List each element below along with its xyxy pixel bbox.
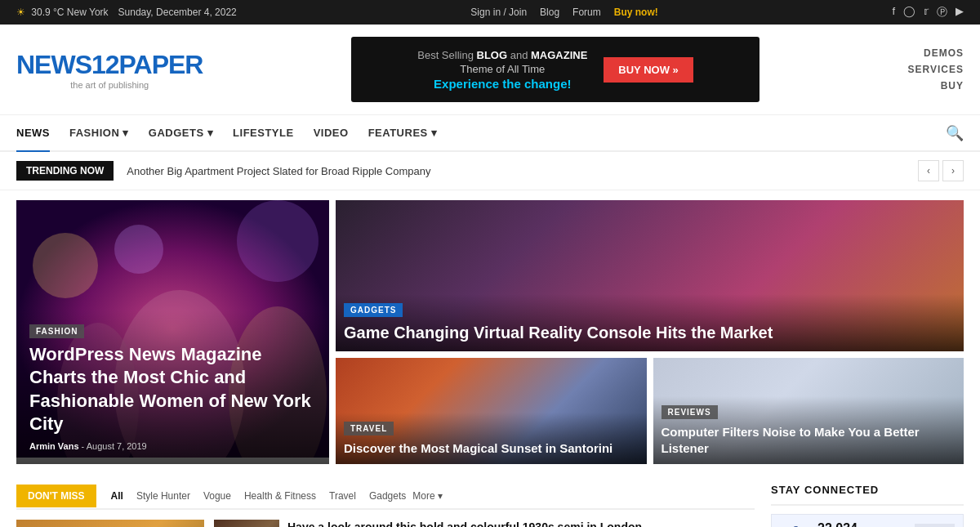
more-arrow-icon: ▾: [438, 490, 443, 502]
twitter-icon[interactable]: 𝕣: [924, 5, 929, 20]
nav-video[interactable]: VIDEO: [314, 115, 349, 152]
weather-widget: ☀ 30.9 °C New York: [16, 7, 109, 18]
svg-point-2: [114, 225, 163, 274]
hero-main-author: Armin Vans: [29, 441, 79, 451]
hero-main-article[interactable]: FASHION WordPress News Magazine Charts t…: [16, 200, 329, 464]
nav-lifestyle[interactable]: LIFESTYLE: [233, 115, 294, 152]
hero-main-overlay: FASHION WordPress News Magazine Charts t…: [16, 310, 329, 464]
youtube-icon[interactable]: ▶: [956, 5, 964, 20]
hero-right-column: GADGETS Game Changing Virtual Reality Co…: [336, 200, 964, 464]
tab-more[interactable]: More ▾: [412, 490, 442, 502]
logo-num: 12: [91, 50, 119, 79]
facebook-social-row: f 22,034 Fans LIKE: [771, 514, 964, 527]
tab-vogue[interactable]: Vogue: [197, 484, 238, 508]
svg-point-3: [237, 200, 318, 282]
article-main-image[interactable]: [16, 520, 204, 527]
tab-travel[interactable]: Travel: [323, 484, 363, 508]
hero-main-meta: Armin Vans - August 7, 2019: [29, 441, 316, 451]
facebook-like-button[interactable]: LIKE: [915, 524, 955, 527]
ad-banner[interactable]: Best Selling BLOG and MAGAZINE Theme of …: [351, 37, 760, 102]
tab-style-hunter[interactable]: Style Hunter: [130, 484, 197, 508]
instagram-icon[interactable]: ◯: [903, 5, 915, 20]
article-info: Have a look around this bold and colourf…: [287, 520, 755, 527]
dont-miss-tabs: DON'T MISS All Style Hunter Vogue Health…: [16, 484, 755, 510]
stay-connected: STAY CONNECTED f 22,034 Fans LIKE: [771, 484, 964, 527]
hero-bottom-row: TRAVEL Discover the Most Magical Sunset …: [336, 358, 964, 464]
nav-gadgets[interactable]: GADGETS ▾: [149, 115, 213, 152]
trending-next[interactable]: ›: [942, 160, 964, 181]
buy-now-link[interactable]: Buy now!: [614, 7, 658, 18]
hero-review-title: Computer Filters Noise to Make You a Bet…: [662, 424, 956, 456]
ad-line1: Best Selling BLOG and MAGAZINE: [417, 49, 587, 61]
nav-fashion[interactable]: FASHION ▾: [69, 115, 129, 152]
tab-all[interactable]: All: [105, 484, 130, 508]
svg-point-1: [33, 233, 98, 298]
article-title[interactable]: Have a look around this bold and colourf…: [287, 520, 755, 527]
forum-link[interactable]: Forum: [572, 7, 601, 18]
hero-review-category: REVIEWS: [662, 405, 718, 419]
tab-health-fitness[interactable]: Health & Fitness: [238, 484, 323, 508]
hero-travel-overlay: TRAVEL Discover the Most Magical Sunset …: [336, 413, 647, 465]
trending-arrows: ‹ ›: [918, 160, 964, 181]
temperature: 30.9: [31, 7, 50, 18]
buy-link[interactable]: BUY: [908, 80, 964, 92]
trending-prev[interactable]: ‹: [918, 160, 939, 181]
vimeo-icon[interactable]: Ⓟ: [937, 5, 947, 20]
date: Sunday, December 4, 2022: [118, 7, 237, 18]
dont-miss-content: Have a look around this bold and colourf…: [16, 520, 755, 527]
temp-unit: °C: [53, 7, 64, 18]
stay-connected-title: STAY CONNECTED: [771, 484, 964, 506]
main-nav: NEWS FASHION ▾ GADGETS ▾ LIFESTYLE VIDEO…: [0, 115, 980, 152]
facebook-count: 22,034: [817, 521, 906, 527]
header: NEWS12PAPER the art of publishing Best S…: [0, 25, 980, 115]
right-nav: DEMOS SERVICES BUY: [908, 47, 964, 92]
tab-gadgets[interactable]: Gadgets: [363, 484, 412, 508]
nav-news[interactable]: NEWS: [16, 115, 50, 152]
hero-review-overlay: REVIEWS Computer Filters Noise to Make Y…: [653, 396, 964, 464]
hero-travel-category: TRAVEL: [344, 422, 394, 435]
hero-vr-article[interactable]: GADGETS Game Changing Virtual Reality Co…: [336, 200, 964, 351]
fashion-arrow: ▾: [122, 127, 129, 139]
top-bar: ☀ 30.9 °C New York Sunday, December 4, 2…: [0, 0, 980, 25]
demos-link[interactable]: DEMOS: [908, 47, 964, 59]
hero-vr-overlay: GADGETS Game Changing Virtual Reality Co…: [336, 294, 964, 351]
hero-section: FASHION WordPress News Magazine Charts t…: [0, 190, 980, 474]
hero-vr-title: Game Changing Virtual Reality Console Hi…: [344, 322, 956, 343]
hero-main-category: FASHION: [29, 324, 84, 338]
hero-travel-title: Discover the Most Magical Sunset in Sant…: [344, 440, 639, 457]
dont-miss-label: DON'T MISS: [16, 485, 96, 507]
social-icons-bar: f ◯ 𝕣 Ⓟ ▶: [892, 5, 964, 20]
trending-label: TRENDING NOW: [16, 161, 114, 181]
hero-vr-category: GADGETS: [344, 303, 403, 317]
ad-tagline: Experience the change!: [417, 77, 587, 91]
article-list: Have a look around this bold and colourf…: [214, 520, 755, 527]
article-row: Have a look around this bold and colourf…: [214, 520, 755, 527]
sign-in-link[interactable]: Sign in / Join: [470, 7, 527, 18]
ad-buy-button[interactable]: BUY NOW »: [604, 57, 693, 83]
hero-travel-article[interactable]: TRAVEL Discover the Most Magical Sunset …: [336, 358, 647, 464]
services-link[interactable]: SERVICES: [908, 64, 964, 75]
logo-tagline: the art of publishing: [16, 80, 203, 90]
article-thumb[interactable]: [214, 520, 279, 527]
search-icon[interactable]: 🔍: [946, 124, 964, 142]
facebook-icon[interactable]: f: [892, 5, 895, 20]
bottom-section: DON'T MISS All Style Hunter Vogue Health…: [0, 474, 980, 527]
nav-features[interactable]: FEATURES ▾: [368, 115, 438, 152]
hero-review-article[interactable]: REVIEWS Computer Filters Noise to Make Y…: [653, 358, 964, 464]
logo-news: NEWS: [16, 50, 91, 79]
facebook-stats: 22,034 Fans: [817, 521, 906, 527]
logo-area[interactable]: NEWS12PAPER the art of publishing: [16, 50, 203, 90]
weather-icon: ☀: [16, 7, 25, 18]
hero-main-date: - August 7, 2019: [82, 441, 147, 451]
facebook-icon: f: [780, 523, 809, 527]
blog-link[interactable]: Blog: [540, 7, 559, 18]
hero-main-title: WordPress News Magazine Charts the Most …: [29, 343, 316, 436]
trending-text: Another Big Apartment Project Slated for…: [127, 165, 905, 177]
gadgets-arrow: ▾: [207, 127, 214, 139]
trending-bar: TRENDING NOW Another Big Apartment Proje…: [0, 152, 980, 190]
dont-miss-main: DON'T MISS All Style Hunter Vogue Health…: [16, 484, 755, 527]
top-bar-links: Sign in / Join Blog Forum Buy now!: [470, 7, 657, 18]
top-bar-left: ☀ 30.9 °C New York Sunday, December 4, 2…: [16, 7, 237, 18]
logo-paper: PAPER: [119, 50, 203, 79]
ad-line2: Theme of All Time: [417, 63, 587, 75]
